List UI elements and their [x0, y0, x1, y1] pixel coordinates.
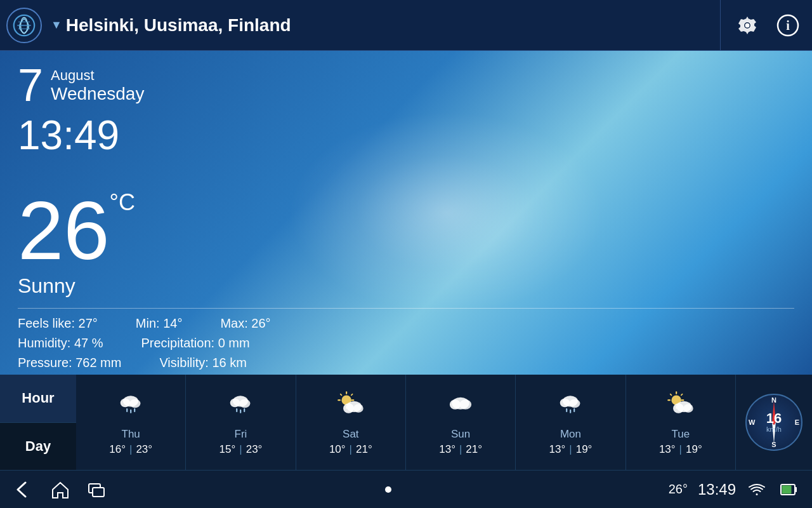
- humidity: Humidity: 47 %: [18, 336, 103, 351]
- meta-row-3: Pressure: 762 mm Visibility: 16 km: [18, 356, 794, 370]
- svg-rect-38: [570, 409, 572, 413]
- weather-metadata: Feels like: 27° Min: 14° Max: 26° Humidi…: [18, 308, 794, 370]
- forecast-day-name: Sun: [451, 428, 470, 441]
- forecast-temps: 13° | 19°: [549, 443, 593, 456]
- tab-hour[interactable]: Hour: [0, 375, 76, 423]
- location-selector[interactable]: ▼ Helsinki, Uusimaa, Finland: [51, 15, 291, 36]
- date-info: August Wednesday: [51, 62, 144, 104]
- time-display: 13:49: [18, 112, 794, 159]
- weekday-label: Wednesday: [51, 84, 144, 104]
- forecast-day-item[interactable]: Mon 13° | 19°: [516, 375, 625, 470]
- temp-divider: |: [679, 443, 682, 456]
- svg-rect-13: [130, 409, 131, 413]
- forecast-weather-icon: [665, 389, 696, 425]
- compass-center: 16 km/h: [766, 411, 782, 433]
- temp-divider: |: [459, 443, 462, 456]
- forecast-day-item[interactable]: Thu 16° | 23°: [76, 375, 186, 470]
- forecast-temps: 10° | 21°: [329, 443, 372, 456]
- weather-condition: Sunny: [18, 274, 794, 298]
- forecast-day-item[interactable]: Fri 15° | 23°: [186, 375, 296, 470]
- forecast-temps: 13° | 19°: [659, 443, 702, 456]
- tab-day[interactable]: Day: [0, 423, 76, 471]
- forecast-day-item[interactable]: Sat 10° | 21°: [296, 375, 406, 470]
- forecast-low: 13°: [439, 443, 455, 456]
- forecast-weather-icon: [555, 389, 586, 425]
- back-button[interactable]: [13, 479, 34, 500]
- forecast-high: 21°: [356, 443, 372, 456]
- feels-like: Feels like: 27°: [18, 316, 98, 331]
- forecast-day-name: Mon: [560, 428, 581, 441]
- forecast-high: 19°: [576, 443, 593, 456]
- meta-row-1: Feels like: 27° Min: 14° Max: 26°: [18, 316, 794, 331]
- forecast-low: 15°: [219, 443, 236, 456]
- status-right: 26° 13:49: [669, 479, 799, 500]
- forecast-day-name: Fri: [235, 428, 247, 441]
- temp-divider: |: [239, 443, 242, 456]
- svg-rect-20: [244, 408, 246, 412]
- temp-divider: |: [129, 443, 132, 456]
- svg-point-48: [673, 403, 684, 413]
- wind-speed: 16: [766, 411, 782, 425]
- min-temp: Min: 14°: [136, 316, 183, 331]
- month-label: August: [51, 67, 144, 84]
- svg-point-29: [343, 403, 354, 413]
- forecast-temps: 16° | 23°: [109, 443, 152, 456]
- temp-divider: |: [350, 443, 352, 456]
- forecast-weather-icon: [336, 389, 366, 425]
- date-time-display: 7 August Wednesday: [18, 62, 794, 108]
- location-text: Helsinki, Uusimaa, Finland: [66, 15, 291, 36]
- svg-line-46: [681, 394, 683, 395]
- svg-point-33: [459, 399, 471, 409]
- tab-hour-label: Hour: [22, 390, 54, 406]
- svg-line-27: [351, 394, 353, 395]
- dropdown-arrow-icon: ▼: [51, 18, 62, 32]
- forecast-high: 19°: [686, 443, 702, 456]
- svg-point-32: [450, 399, 461, 409]
- info-button[interactable]: i: [770, 8, 806, 43]
- temp-divider: |: [569, 443, 572, 456]
- wind-compass: N S E W 16 km/h: [736, 375, 812, 470]
- svg-rect-37: [566, 408, 568, 412]
- app-logo[interactable]: [6, 8, 42, 43]
- svg-rect-12: [126, 408, 128, 412]
- forecast-day-name: Thu: [122, 428, 140, 441]
- forecast-high: 21°: [466, 443, 482, 456]
- temperature-unit: °C: [110, 189, 135, 215]
- status-bar: 26° 13:49: [0, 470, 812, 508]
- home-button[interactable]: [49, 479, 71, 500]
- svg-rect-56: [782, 485, 792, 493]
- header: ▼ Helsinki, Uusimaa, Finland i: [0, 0, 812, 51]
- svg-point-35: [560, 398, 570, 407]
- forecast-low: 13°: [549, 443, 566, 456]
- forecast-day-item[interactable]: Tue 13° | 19°: [626, 375, 736, 470]
- forecast-day-name: Sat: [343, 428, 359, 441]
- header-right: i: [720, 0, 812, 50]
- svg-point-17: [240, 399, 251, 408]
- tab-day-label: Day: [25, 438, 51, 455]
- svg-point-49: [683, 404, 693, 413]
- svg-point-30: [353, 404, 363, 413]
- svg-rect-55: [795, 487, 797, 492]
- forecast-high: 23°: [246, 443, 263, 456]
- forecast-day-item[interactable]: Sun 13° | 21°: [406, 375, 516, 470]
- header-left: ▼ Helsinki, Uusimaa, Finland: [0, 8, 720, 43]
- svg-point-10: [121, 398, 130, 407]
- svg-line-26: [341, 394, 342, 395]
- forecast-low: 16°: [109, 443, 126, 456]
- svg-point-11: [129, 399, 140, 408]
- max-temp: Max: 26°: [220, 316, 270, 331]
- recents-button[interactable]: [86, 479, 108, 500]
- forecast-strip: Hour Day Thu 16° | 23°: [0, 375, 812, 470]
- svg-text:i: i: [786, 18, 790, 32]
- forecast-tabs: Hour Day: [0, 375, 76, 470]
- settings-button[interactable]: [730, 8, 765, 43]
- precipitation: Precipitation: 0 mm: [141, 336, 250, 351]
- forecast-weather-icon: [115, 389, 146, 425]
- forecast-weather-icon: [445, 389, 476, 425]
- battery-icon: [778, 479, 799, 500]
- svg-rect-19: [240, 409, 242, 413]
- svg-rect-18: [237, 408, 238, 412]
- svg-rect-53: [93, 488, 104, 497]
- main-weather-area: 7 August Wednesday 13:49 26°C Sunny Feel…: [0, 51, 812, 375]
- status-time: 13:49: [698, 481, 736, 498]
